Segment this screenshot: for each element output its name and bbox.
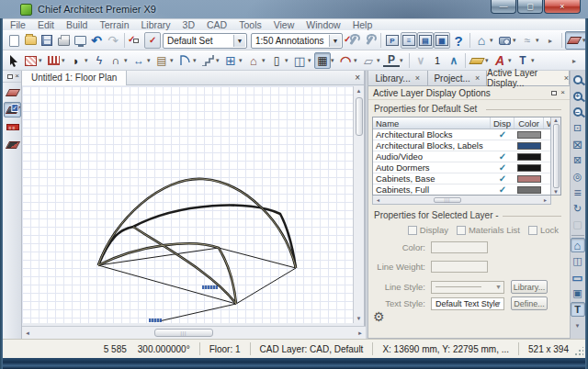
scroll-left-icon[interactable]: ◄ [373, 196, 383, 205]
chevron-down-icon[interactable]: ▾ [239, 57, 245, 64]
panel-settings-gear-icon[interactable]: ⚙ [373, 309, 385, 324]
chevron-down-icon[interactable]: ▾ [377, 57, 383, 64]
setup-check-wrench-icon[interactable]: ✓ [345, 32, 361, 49]
col-name-header[interactable]: Name [373, 117, 491, 129]
roof-select-tool[interactable] [4, 102, 21, 117]
float-panel-icon[interactable] [551, 91, 557, 95]
chevron-down-icon[interactable]: ▾ [170, 57, 176, 64]
table-row[interactable]: Architectural Blocks, Labels ✓ [373, 140, 550, 151]
combo-arrow-icon[interactable]: ▼ [495, 300, 502, 307]
materials-list-checkbox[interactable]: Materials List [457, 225, 520, 235]
text-button[interactable]: A▾ [492, 52, 514, 69]
toolbar-more-icon[interactable]: ▼ [571, 319, 585, 333]
fill-window-labels-icon[interactable]: ⊠ [571, 153, 585, 168]
menu-file[interactable]: File [10, 19, 26, 30]
chevron-down-icon[interactable]: ▾ [536, 37, 542, 44]
chevron-down-icon[interactable]: ▾ [62, 57, 68, 64]
scrollbar-thumb[interactable] [553, 124, 560, 188]
display-check-icon[interactable]: ✓ [491, 151, 514, 162]
walkthrough-button[interactable]: ≈ ▾ [519, 32, 542, 49]
tab-close-icon[interactable]: × [355, 73, 360, 83]
zoom-tool-icon[interactable] [571, 73, 585, 87]
chevron-down-icon[interactable]: ▾ [216, 57, 222, 64]
zoom-out-icon[interactable]: − [571, 105, 585, 119]
floor-plan-canvas[interactable] [22, 86, 354, 323]
scroll-down-icon[interactable]: ▼ [553, 189, 559, 195]
table-row[interactable]: Audio/Video ✓ [373, 151, 550, 162]
toolbar-overflow-icon[interactable]: ▸ [566, 52, 582, 69]
layer-table-header[interactable]: Name Disp Color We [373, 117, 550, 129]
arch-button[interactable]: ∩▾ [107, 52, 130, 69]
color-swatch[interactable] [517, 186, 541, 194]
menu-terrain[interactable]: Terrain [99, 19, 129, 30]
text-style-combo[interactable]: Default Text Style▼ [431, 297, 504, 310]
combo-arrow-icon[interactable]: ▼ [495, 284, 502, 290]
roof-plane-tool[interactable] [4, 84, 21, 100]
wrench-icon[interactable] [361, 32, 378, 49]
zoom-in-icon[interactable]: + [571, 89, 585, 104]
chevron-down-icon[interactable]: ▾ [513, 37, 519, 44]
color-swatch[interactable] [517, 142, 541, 150]
print-preview-icon[interactable] [72, 32, 88, 49]
print-icon[interactable] [55, 32, 72, 49]
dimension-button[interactable]: ↔▾ [130, 52, 153, 69]
menu-edit[interactable]: Edit [38, 19, 54, 30]
layer-settings-icon[interactable]: ▦ [434, 32, 450, 49]
chevron-down-icon[interactable]: ▾ [124, 57, 130, 64]
scroll-up-icon[interactable]: ▲ [553, 117, 559, 123]
chevron-down-icon[interactable]: ▾ [490, 37, 496, 44]
table-vertical-scrollbar[interactable]: ▲ ▼ [550, 117, 560, 195]
save-icon[interactable] [39, 32, 55, 49]
soffit-button[interactable]: ▱▾ [360, 52, 383, 69]
refresh-display-icon[interactable]: ↻ [571, 201, 585, 216]
color-swatch[interactable] [517, 164, 541, 172]
menu-library[interactable]: Library [141, 19, 170, 30]
table-row[interactable]: Cabinets, Full ✓ [373, 184, 550, 195]
door-button[interactable]: ▾ [176, 52, 199, 69]
col-weight-header[interactable]: We [544, 117, 550, 129]
open-object-icon[interactable]: ✓ [144, 32, 161, 49]
curved-wall-button[interactable]: ◗▾ [68, 52, 91, 69]
electrical-button[interactable]: P▾ [383, 55, 406, 67]
scroll-right-icon[interactable]: ► [540, 196, 550, 205]
col-color-header[interactable]: Color [514, 117, 544, 129]
scroll-right-icon[interactable]: ► [355, 329, 366, 338]
tab-close-icon[interactable]: × [475, 73, 480, 83]
define-button[interactable]: Define... [511, 296, 548, 310]
window-button[interactable]: ⊞▾ [222, 52, 245, 69]
tab-library[interactable]: Library... × [368, 71, 428, 85]
display-check-icon[interactable]: ✓ [491, 184, 514, 195]
minimize-button[interactable]: — [491, 0, 516, 14]
edit-roof-tool[interactable] [4, 137, 21, 152]
camera-view-button[interactable]: ⌂ ▾ [473, 32, 496, 49]
display-check-icon[interactable]: ✓ [491, 129, 514, 140]
cabinet-button[interactable]: ▤▾ [153, 52, 176, 69]
select-similar-icon[interactable]: ✓ [128, 32, 144, 49]
annotation-scale-combo[interactable]: 1:50 Annotations ▼ [251, 33, 343, 49]
toolbar-set-combo[interactable]: Default Set ▼ [163, 33, 247, 49]
chevron-down-icon[interactable]: ▾ [508, 57, 514, 64]
scrollbar-thumb[interactable]: ||| [434, 197, 461, 203]
help-icon[interactable]: ? [450, 32, 467, 49]
chevron-down-icon[interactable]: ▾ [39, 57, 45, 64]
chevron-down-icon[interactable]: ▾ [285, 57, 291, 64]
scroll-down-icon[interactable]: ▼ [354, 314, 365, 323]
window2-button[interactable]: ◫▾ [291, 52, 314, 69]
lock-checkbox[interactable]: Lock [528, 225, 559, 235]
chevron-down-icon[interactable]: ▾ [485, 57, 492, 64]
cabinet-select-button[interactable]: ▦▾ [314, 52, 337, 69]
floor-down-icon[interactable]: ∨ [413, 52, 429, 69]
color-field[interactable] [431, 241, 488, 253]
selected-object-zoom-icon[interactable]: ⊡ [571, 121, 585, 136]
menu-cad[interactable]: CAD [207, 19, 227, 30]
perspective-camera-button[interactable]: ▾ [496, 32, 519, 49]
close-panel-icon[interactable]: × [560, 89, 565, 96]
resize-grip[interactable] [574, 347, 583, 356]
line-style-combo[interactable]: ▼ [431, 281, 504, 294]
close-button[interactable]: × [544, 0, 581, 14]
menu-3d[interactable]: 3D [183, 19, 195, 30]
layer-sheets-icon[interactable]: ≡ [571, 185, 585, 200]
chevron-down-icon[interactable]: ▾ [85, 57, 91, 64]
tab-floor-plan[interactable]: Untitled 1: Floor Plan [22, 71, 127, 85]
close-panel-icon[interactable]: × [15, 73, 19, 80]
